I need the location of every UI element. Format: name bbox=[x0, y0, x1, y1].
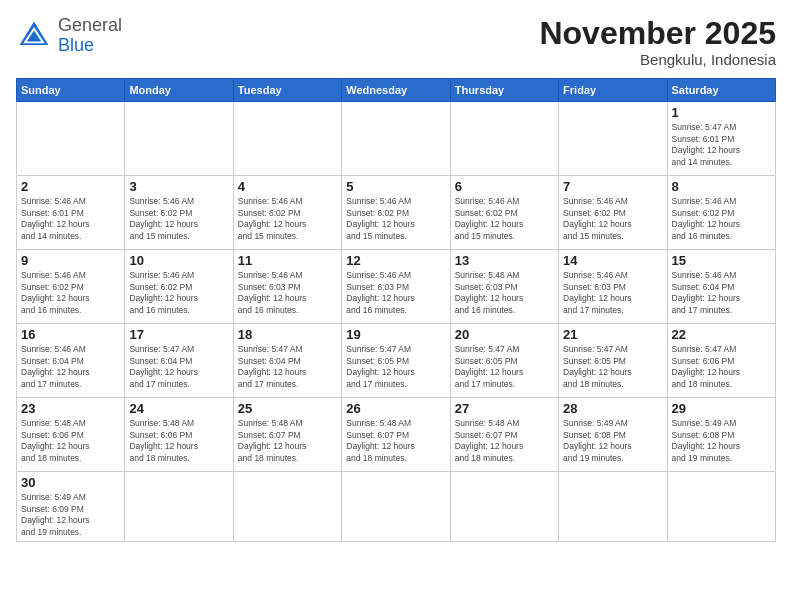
day-4: 4 Sunrise: 5:46 AMSunset: 6:02 PMDayligh… bbox=[233, 176, 341, 250]
header-monday: Monday bbox=[125, 79, 233, 102]
table-row: 1 Sunrise: 5:47 AMSunset: 6:01 PMDayligh… bbox=[17, 102, 776, 176]
location: Bengkulu, Indonesia bbox=[539, 51, 776, 68]
day-28: 28 Sunrise: 5:49 AMSunset: 6:08 PMDaylig… bbox=[559, 398, 667, 472]
day-2: 2 Sunrise: 5:46 AMSunset: 6:01 PMDayligh… bbox=[17, 176, 125, 250]
header-tuesday: Tuesday bbox=[233, 79, 341, 102]
logo-icon bbox=[16, 18, 52, 54]
empty-cell bbox=[559, 472, 667, 542]
day-17: 17 Sunrise: 5:47 AMSunset: 6:04 PMDaylig… bbox=[125, 324, 233, 398]
empty-cell bbox=[559, 102, 667, 176]
day-1: 1 Sunrise: 5:47 AMSunset: 6:01 PMDayligh… bbox=[667, 102, 775, 176]
header-saturday: Saturday bbox=[667, 79, 775, 102]
logo: General Blue bbox=[16, 16, 122, 56]
day-9: 9 Sunrise: 5:46 AMSunset: 6:02 PMDayligh… bbox=[17, 250, 125, 324]
day-22: 22 Sunrise: 5:47 AMSunset: 6:06 PMDaylig… bbox=[667, 324, 775, 398]
empty-cell bbox=[450, 102, 558, 176]
day-29: 29 Sunrise: 5:49 AMSunset: 6:08 PMDaylig… bbox=[667, 398, 775, 472]
day-3: 3 Sunrise: 5:46 AMSunset: 6:02 PMDayligh… bbox=[125, 176, 233, 250]
table-row: 30 Sunrise: 5:49 AMSunset: 6:09 PMDaylig… bbox=[17, 472, 776, 542]
day-7: 7 Sunrise: 5:46 AMSunset: 6:02 PMDayligh… bbox=[559, 176, 667, 250]
empty-cell bbox=[450, 472, 558, 542]
empty-cell bbox=[125, 472, 233, 542]
weekday-header-row: Sunday Monday Tuesday Wednesday Thursday… bbox=[17, 79, 776, 102]
day-16: 16 Sunrise: 5:46 AMSunset: 6:04 PMDaylig… bbox=[17, 324, 125, 398]
header-wednesday: Wednesday bbox=[342, 79, 450, 102]
day-20: 20 Sunrise: 5:47 AMSunset: 6:05 PMDaylig… bbox=[450, 324, 558, 398]
empty-cell bbox=[125, 102, 233, 176]
table-row: 2 Sunrise: 5:46 AMSunset: 6:01 PMDayligh… bbox=[17, 176, 776, 250]
day-13: 13 Sunrise: 5:46 AMSunset: 6:03 PMDaylig… bbox=[450, 250, 558, 324]
day-30: 30 Sunrise: 5:49 AMSunset: 6:09 PMDaylig… bbox=[17, 472, 125, 542]
header-thursday: Thursday bbox=[450, 79, 558, 102]
logo-text: General Blue bbox=[58, 16, 122, 56]
header-sunday: Sunday bbox=[17, 79, 125, 102]
empty-cell bbox=[342, 102, 450, 176]
day-8: 8 Sunrise: 5:46 AMSunset: 6:02 PMDayligh… bbox=[667, 176, 775, 250]
empty-cell bbox=[233, 102, 341, 176]
header-friday: Friday bbox=[559, 79, 667, 102]
day-14: 14 Sunrise: 5:46 AMSunset: 6:03 PMDaylig… bbox=[559, 250, 667, 324]
day-24: 24 Sunrise: 5:48 AMSunset: 6:06 PMDaylig… bbox=[125, 398, 233, 472]
day-25: 25 Sunrise: 5:48 AMSunset: 6:07 PMDaylig… bbox=[233, 398, 341, 472]
header: General Blue November 2025 Bengkulu, Ind… bbox=[16, 16, 776, 68]
day-18: 18 Sunrise: 5:47 AMSunset: 6:04 PMDaylig… bbox=[233, 324, 341, 398]
empty-cell bbox=[17, 102, 125, 176]
empty-cell bbox=[342, 472, 450, 542]
page: General Blue November 2025 Bengkulu, Ind… bbox=[0, 0, 792, 612]
table-row: 23 Sunrise: 5:48 AMSunset: 6:06 PMDaylig… bbox=[17, 398, 776, 472]
logo-blue: Blue bbox=[58, 35, 94, 55]
day-26: 26 Sunrise: 5:48 AMSunset: 6:07 PMDaylig… bbox=[342, 398, 450, 472]
table-row: 16 Sunrise: 5:46 AMSunset: 6:04 PMDaylig… bbox=[17, 324, 776, 398]
day-12: 12 Sunrise: 5:46 AMSunset: 6:03 PMDaylig… bbox=[342, 250, 450, 324]
day-15: 15 Sunrise: 5:46 AMSunset: 6:04 PMDaylig… bbox=[667, 250, 775, 324]
day-21: 21 Sunrise: 5:47 AMSunset: 6:05 PMDaylig… bbox=[559, 324, 667, 398]
logo-general: General bbox=[58, 15, 122, 35]
empty-cell bbox=[667, 472, 775, 542]
day-19: 19 Sunrise: 5:47 AMSunset: 6:05 PMDaylig… bbox=[342, 324, 450, 398]
calendar: Sunday Monday Tuesday Wednesday Thursday… bbox=[16, 78, 776, 542]
day-27: 27 Sunrise: 5:48 AMSunset: 6:07 PMDaylig… bbox=[450, 398, 558, 472]
table-row: 9 Sunrise: 5:46 AMSunset: 6:02 PMDayligh… bbox=[17, 250, 776, 324]
day-5: 5 Sunrise: 5:46 AMSunset: 6:02 PMDayligh… bbox=[342, 176, 450, 250]
title-block: November 2025 Bengkulu, Indonesia bbox=[539, 16, 776, 68]
day-23: 23 Sunrise: 5:48 AMSunset: 6:06 PMDaylig… bbox=[17, 398, 125, 472]
day-11: 11 Sunrise: 5:46 AMSunset: 6:03 PMDaylig… bbox=[233, 250, 341, 324]
empty-cell bbox=[233, 472, 341, 542]
day-10: 10 Sunrise: 5:46 AMSunset: 6:02 PMDaylig… bbox=[125, 250, 233, 324]
month-title: November 2025 bbox=[539, 16, 776, 51]
day-6: 6 Sunrise: 5:46 AMSunset: 6:02 PMDayligh… bbox=[450, 176, 558, 250]
